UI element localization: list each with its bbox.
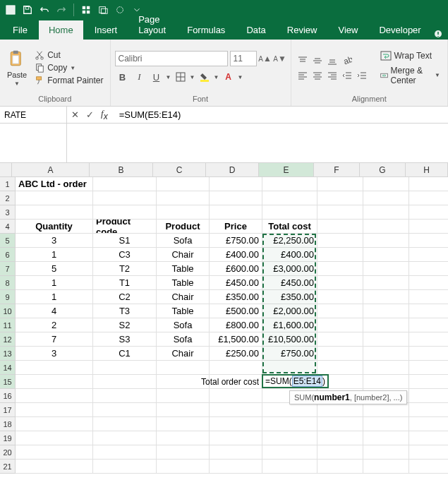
cell[interactable] [157, 191, 210, 205]
cell[interactable] [363, 262, 409, 276]
cell[interactable] [93, 460, 157, 474]
row-header-5[interactable]: 5 [0, 234, 16, 248]
cell[interactable] [93, 431, 157, 445]
cell[interactable] [16, 375, 93, 389]
cell[interactable]: £400.00 [262, 248, 317, 262]
cell[interactable]: £3,000.00 [262, 262, 317, 276]
cell[interactable] [409, 220, 448, 234]
cell[interactable] [317, 290, 363, 304]
cell[interactable] [409, 417, 448, 431]
cell[interactable]: £450.00 [262, 276, 317, 290]
cell[interactable] [262, 460, 317, 474]
cell[interactable] [157, 177, 210, 191]
cell[interactable] [409, 205, 448, 220]
cell[interactable]: £600.00 [210, 262, 262, 276]
cell[interactable]: 1 [16, 290, 93, 304]
font-color-button[interactable]: A [221, 69, 236, 85]
cell[interactable] [157, 205, 210, 220]
chevron-down-icon[interactable]: ▼ [166, 74, 171, 80]
undo-icon[interactable] [37, 2, 52, 18]
cell[interactable]: £750.00 [210, 234, 262, 248]
cell[interactable] [210, 177, 262, 191]
cell[interactable]: £450.00 [210, 276, 262, 290]
tell-me-icon[interactable] [432, 28, 448, 40]
cell[interactable] [363, 445, 409, 460]
cell[interactable]: £750.00 [262, 347, 317, 361]
merge-center-button[interactable]: Merge & Center ▼ [377, 64, 444, 87]
cell[interactable]: Chair [157, 347, 210, 361]
cell[interactable]: 1 [16, 276, 93, 290]
align-middle-icon[interactable] [310, 54, 325, 67]
underline-button[interactable]: U [149, 69, 164, 85]
cell[interactable] [409, 361, 448, 375]
cell[interactable] [409, 276, 448, 290]
cell[interactable]: Table [157, 262, 210, 276]
cell[interactable]: £2,250.00 [262, 234, 317, 248]
tab-home[interactable]: Home [39, 20, 83, 40]
editing-cell[interactable]: =SUM(E5:E14) [262, 374, 329, 388]
cell[interactable] [262, 417, 317, 431]
cell[interactable] [210, 417, 262, 431]
cell[interactable] [262, 445, 317, 460]
paste-button[interactable]: Paste ▼ [4, 48, 30, 88]
row-header-17[interactable]: 17 [0, 403, 16, 417]
indent-decrease-icon[interactable] [340, 69, 354, 82]
cell[interactable] [317, 445, 363, 460]
column-header-B[interactable]: B [90, 163, 153, 177]
cell[interactable] [409, 403, 448, 417]
cell[interactable] [93, 191, 157, 205]
cell[interactable] [262, 403, 317, 417]
cell[interactable] [409, 347, 448, 361]
cell[interactable] [317, 332, 363, 347]
cell[interactable]: ABC Ltd - order [16, 177, 93, 191]
cell[interactable] [93, 445, 157, 460]
font-name-select[interactable] [115, 51, 228, 66]
cell[interactable] [157, 431, 210, 445]
cell[interactable]: T3 [93, 304, 157, 318]
cell[interactable] [317, 318, 363, 332]
borders-button[interactable] [173, 69, 188, 85]
cell[interactable] [157, 445, 210, 460]
cell[interactable] [16, 403, 93, 417]
cell[interactable]: £350.00 [210, 290, 262, 304]
cell[interactable]: £2,000.00 [262, 304, 317, 318]
cell[interactable] [363, 304, 409, 318]
cell[interactable] [210, 191, 262, 205]
cell[interactable] [93, 205, 157, 220]
tab-file[interactable]: File [3, 20, 37, 40]
cell[interactable]: Table [157, 304, 210, 318]
grid[interactable]: ABC Ltd - orderQuantityProduct codeProdu… [16, 177, 448, 474]
row-header-8[interactable]: 8 [0, 276, 16, 290]
row-header-19[interactable]: 19 [0, 431, 16, 445]
cell[interactable]: S2 [93, 318, 157, 332]
cell[interactable] [363, 248, 409, 262]
enter-formula-icon[interactable]: ✓ [86, 109, 94, 120]
cell[interactable]: S3 [93, 332, 157, 347]
cancel-formula-icon[interactable]: ✕ [71, 109, 79, 120]
cell[interactable] [317, 276, 363, 290]
column-header-A[interactable]: A [12, 163, 90, 177]
italic-button[interactable]: I [132, 69, 147, 85]
tab-view[interactable]: View [328, 20, 368, 40]
row-header-2[interactable]: 2 [0, 191, 16, 205]
cell[interactable] [210, 403, 262, 417]
row-header-16[interactable]: 16 [0, 389, 16, 403]
cell[interactable]: £1,600.00 [262, 318, 317, 332]
row-header-20[interactable]: 20 [0, 445, 16, 460]
excel-app-icon[interactable] [3, 2, 18, 18]
tab-data[interactable]: Data [236, 20, 275, 40]
cell[interactable] [363, 375, 409, 389]
align-center-icon[interactable] [310, 69, 325, 82]
cell[interactable]: Table [157, 276, 210, 290]
cell[interactable] [363, 290, 409, 304]
cell[interactable] [317, 347, 363, 361]
cell[interactable]: 5 [16, 262, 93, 276]
cell[interactable] [210, 389, 262, 403]
column-header-F[interactable]: F [314, 163, 360, 177]
row-header-12[interactable]: 12 [0, 332, 16, 347]
fill-color-button[interactable] [197, 69, 212, 85]
save-icon[interactable] [20, 2, 35, 18]
redo-icon[interactable] [54, 2, 69, 18]
cell[interactable] [93, 403, 157, 417]
cell[interactable]: Chair [157, 248, 210, 262]
